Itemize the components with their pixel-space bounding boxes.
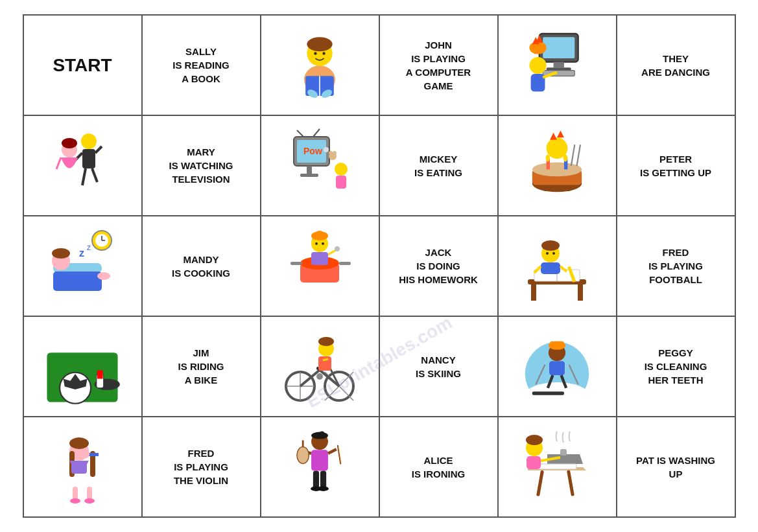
cell-r4c1: FRED IS PLAYING THE VIOLIN <box>142 417 261 517</box>
ironing-icon <box>504 422 611 511</box>
svg-point-64 <box>97 272 110 280</box>
text-alice: ALICE IS IRONING <box>385 454 492 481</box>
cell-r4c2-illus <box>261 417 379 517</box>
text-sally: SALLY IS READING A BOOK <box>148 45 255 86</box>
svg-point-60 <box>52 248 70 259</box>
svg-rect-38 <box>336 176 346 189</box>
cell-r3c0-illus <box>23 316 142 417</box>
svg-rect-68 <box>290 262 302 265</box>
text-mary: MARY IS WATCHING TELEVISION <box>148 145 255 186</box>
svg-point-150 <box>318 486 329 491</box>
svg-line-142 <box>328 449 337 453</box>
homework-icon <box>504 222 611 310</box>
svg-text:z: z <box>87 243 91 252</box>
svg-point-77 <box>335 246 340 251</box>
cell-r2c5: FRED IS PLAYING FOOTBALL <box>617 216 735 316</box>
board-table: START SALLY IS READING A BOOK <box>23 14 736 518</box>
svg-point-136 <box>82 450 89 458</box>
svg-rect-129 <box>71 461 87 474</box>
svg-point-2 <box>307 37 332 51</box>
svg-point-138 <box>311 432 328 439</box>
cell-start: START <box>23 15 142 115</box>
svg-point-74 <box>322 242 324 245</box>
text-mandy: MANDY IS COOKING <box>148 253 255 280</box>
svg-point-87 <box>552 252 555 255</box>
svg-point-20 <box>81 133 97 149</box>
svg-text:Pow: Pow <box>303 146 322 156</box>
svg-marker-50 <box>550 132 557 139</box>
getting-up-icon: z z <box>29 222 136 310</box>
svg-point-72 <box>316 231 324 238</box>
text-nancy: NANCY IS SKIING <box>385 353 492 380</box>
svg-point-143 <box>297 446 309 463</box>
svg-rect-112 <box>318 356 331 371</box>
text-fred-violin: FRED IS PLAYING THE VIOLIN <box>148 446 255 487</box>
svg-rect-35 <box>307 166 312 174</box>
svg-rect-157 <box>527 456 541 469</box>
svg-rect-75 <box>311 252 328 265</box>
svg-marker-51 <box>557 130 564 137</box>
cell-r1c0-illus <box>23 115 142 216</box>
girl-reading-icon <box>266 21 373 110</box>
svg-line-24 <box>82 168 86 185</box>
text-peter: PETER IS GETTING UP <box>622 152 729 179</box>
football-icon <box>29 322 136 411</box>
svg-point-128 <box>69 437 89 449</box>
bike-riding-icon <box>266 322 373 411</box>
svg-point-133 <box>84 498 95 503</box>
svg-rect-135 <box>99 452 104 457</box>
svg-line-28 <box>56 157 61 169</box>
cell-r3c2-illus <box>261 316 379 417</box>
svg-point-86 <box>546 252 549 255</box>
svg-point-4 <box>322 52 325 54</box>
cell-r2c1: MANDY IS COOKING <box>142 216 261 316</box>
svg-point-109 <box>316 373 323 380</box>
svg-point-73 <box>315 242 318 245</box>
svg-rect-12 <box>547 67 571 70</box>
svg-point-44 <box>532 162 582 176</box>
svg-point-47 <box>546 154 551 161</box>
violin-playing-icon <box>266 422 373 511</box>
svg-line-25 <box>92 168 97 182</box>
cell-r1c1: MARY IS WATCHING TELEVISION <box>142 115 261 216</box>
cell-r0c3: JOHN IS PLAYING A COMPUTER GAME <box>379 15 498 115</box>
svg-rect-80 <box>578 284 583 301</box>
svg-rect-153 <box>567 470 574 496</box>
svg-point-111 <box>318 337 334 346</box>
cell-r2c0-illus: z z <box>23 216 142 316</box>
svg-rect-63 <box>53 272 102 291</box>
cell-r1c4-illus <box>498 115 617 216</box>
teeth-cleaning-icon <box>29 422 136 511</box>
svg-point-37 <box>335 163 348 176</box>
cell-r4c0-illus <box>23 417 142 517</box>
svg-point-156 <box>526 435 543 445</box>
text-mickey: MICKEY IS EATING <box>385 152 492 179</box>
cell-r4c5: PAT IS WASHING UP <box>617 417 735 517</box>
svg-rect-147 <box>313 470 319 489</box>
svg-rect-36 <box>300 174 318 177</box>
svg-point-32 <box>324 147 329 152</box>
cell-r1c5: PETER IS GETTING UP <box>617 115 735 216</box>
svg-rect-148 <box>320 470 326 489</box>
svg-point-41 <box>333 151 337 155</box>
svg-rect-152 <box>536 470 544 496</box>
svg-point-49 <box>547 137 568 159</box>
tv-watching-icon: Pow <box>266 121 373 210</box>
boy-computer-icon <box>504 21 611 110</box>
cell-r1c2-illus: Pow <box>261 115 379 216</box>
text-jack: JACK IS DOING HIS HOMEWORK <box>385 246 492 286</box>
cell-r0c4-illus <box>498 15 617 115</box>
cell-r4c4-illus <box>498 417 617 517</box>
svg-point-3 <box>314 52 316 54</box>
svg-rect-118 <box>550 341 564 347</box>
cell-r0c5: THEY ARE DANCING <box>617 15 735 115</box>
svg-line-52 <box>571 145 574 166</box>
svg-rect-11 <box>554 62 564 67</box>
text-jim: JIM IS RIDING A BIKE <box>148 346 255 387</box>
svg-line-23 <box>95 146 102 153</box>
svg-point-40 <box>329 151 333 155</box>
svg-rect-88 <box>541 262 560 274</box>
svg-point-85 <box>541 240 560 251</box>
svg-text:z: z <box>79 248 84 259</box>
svg-rect-151 <box>560 449 567 456</box>
